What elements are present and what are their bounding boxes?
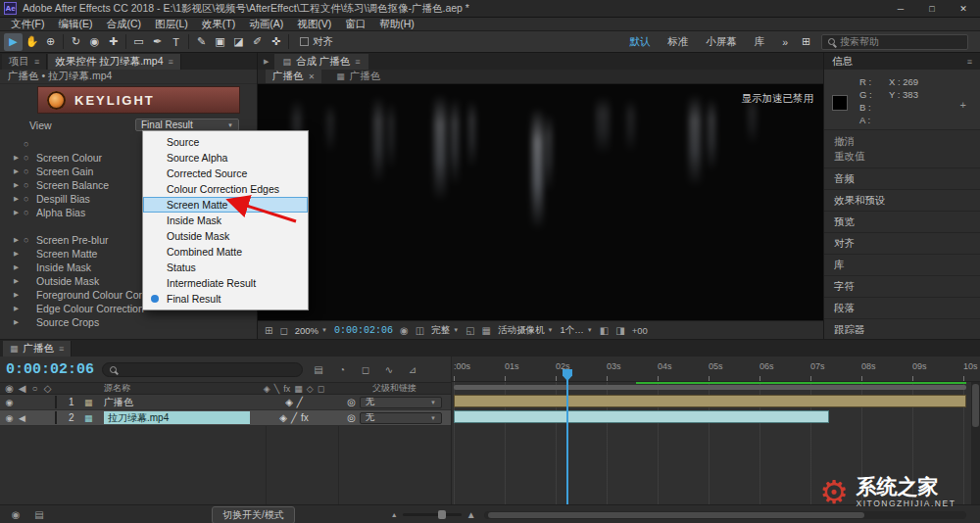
workspace-standard[interactable]: 标准 <box>659 35 697 49</box>
stopwatch-icon[interactable]: ○ <box>24 153 36 163</box>
magnification-dropdown[interactable]: 200% ▼ <box>295 325 327 336</box>
viewer-timecode[interactable]: 0:00:02:06 <box>334 325 393 336</box>
hand-tool-icon[interactable]: ✋ <box>23 33 41 51</box>
parent-dropdown[interactable]: 无 ▼ <box>360 397 442 408</box>
camera-tool-icon[interactable]: ◉ <box>85 33 104 51</box>
stopwatch-icon[interactable]: ○ <box>24 180 36 190</box>
layer-name-selected[interactable]: 拉刀绿幕.mp4 <box>104 411 250 424</box>
mask-visibility-icon[interactable]: ◻ <box>279 325 287 336</box>
zoom-slider-thumb[interactable] <box>438 510 446 519</box>
twirl-icon[interactable]: ▶ <box>14 181 24 189</box>
stopwatch-icon[interactable]: ○ <box>24 235 36 245</box>
twirl-icon[interactable]: ▶ <box>14 318 24 326</box>
twirl-icon[interactable]: ▶ <box>14 195 24 203</box>
twirl-icon[interactable]: ▶ <box>14 291 24 299</box>
menu-item-outside-mask[interactable]: Outside Mask <box>143 228 308 244</box>
view-layout-b-icon[interactable]: ◨ <box>615 325 624 336</box>
toggle-switches-modes-button[interactable]: 切换开关/模式 <box>212 506 295 523</box>
workspace-libraries[interactable]: 库 <box>746 35 774 49</box>
panel-menu-icon[interactable]: ≡ <box>34 57 39 67</box>
panel-align[interactable]: 对齐 <box>824 233 980 255</box>
layer-row-2-selected[interactable]: ◉ ◀ 2 ▦ 拉刀绿幕.mp4 ◈ ╱ fx ◎ 无 ▼ <box>0 410 451 426</box>
time-ruler[interactable]: :00s 01s 02s 03s 04s 05s 06s 07s 08s 09s… <box>452 357 980 382</box>
twirl-icon[interactable]: ▶ <box>14 277 24 285</box>
menu-item-source-alpha[interactable]: Source Alpha <box>143 150 308 166</box>
viewer-image[interactable]: 显示加速已禁用 <box>258 84 823 320</box>
type-tool-icon[interactable]: T <box>167 33 185 51</box>
frame-blend-icon[interactable]: ∿ <box>381 364 397 375</box>
video-toggle-icon[interactable]: ◉ <box>4 398 15 407</box>
menu-item-status[interactable]: Status <box>143 260 308 275</box>
menu-edit[interactable]: 编辑(E) <box>51 18 99 31</box>
layer-color-chip[interactable] <box>55 396 57 408</box>
info-panel-header[interactable]: 信息 ≡ <box>824 53 980 70</box>
menu-item-final-result[interactable]: Final Result <box>143 291 308 307</box>
shy-layers-icon[interactable]: ◻ <box>358 364 373 375</box>
video-toggle-icon[interactable]: ◉ <box>4 413 15 423</box>
scrollbar-thumb[interactable] <box>972 384 979 427</box>
panel-effects-presets[interactable]: 效果和预设 <box>824 190 980 212</box>
roto-brush-tool-icon[interactable]: ✐ <box>248 33 267 51</box>
undo-label[interactable]: 撤消 <box>834 134 970 149</box>
stopwatch-icon[interactable]: ○ <box>24 139 36 149</box>
pan-behind-tool-icon[interactable]: ✚ <box>104 33 122 51</box>
panel-libraries[interactable]: 库 <box>824 255 980 276</box>
draft-3d-icon[interactable]: ◔ <box>334 364 350 375</box>
layer-row-1[interactable]: ◉ 1 ▦ 广播色 ◈ ╱ ◎ 无 ▼ <box>0 395 451 410</box>
selection-tool-icon[interactable]: ▶ <box>4 33 23 51</box>
audio-toggle-icon[interactable]: ◀ <box>17 413 27 423</box>
menu-window[interactable]: 窗口 <box>338 18 372 31</box>
menu-help[interactable]: 帮助(H) <box>372 18 421 31</box>
parent-dropdown[interactable]: 无 ▼ <box>360 412 442 424</box>
parent-link-column-header[interactable]: 父级和链接 <box>338 382 451 395</box>
panel-menu-icon[interactable]: ≡ <box>355 57 360 67</box>
menu-animation[interactable]: 动画(A) <box>242 18 290 31</box>
workspace-grid-icon[interactable]: ⊞ <box>797 33 815 51</box>
grid-options-icon[interactable]: ⊞ <box>265 325 272 336</box>
menu-composition[interactable]: 合成(C) <box>99 18 148 31</box>
panel-character[interactable]: 字符 <box>824 276 980 298</box>
help-search-box[interactable] <box>821 34 968 50</box>
panel-menu-icon[interactable]: ≡ <box>169 57 173 67</box>
panel-menu-icon[interactable]: ≡ <box>59 344 64 354</box>
pickwhip-icon[interactable]: ◎ <box>347 397 356 407</box>
maximize-button[interactable]: □ <box>919 0 945 17</box>
layer-2-duration-bar[interactable] <box>454 410 829 423</box>
twirl-icon[interactable]: ▶ <box>14 263 24 271</box>
camera-view-dropdown[interactable]: 活动摄像机 ▼ <box>498 324 553 337</box>
workspace-overflow-chevron[interactable]: » <box>773 36 797 48</box>
panel-audio[interactable]: 音频 <box>824 168 980 190</box>
layer-name[interactable]: 广播色 <box>100 396 250 409</box>
transfer-controls-icon[interactable]: ▤ <box>31 509 47 520</box>
quality-switch-icon[interactable]: ◈ <box>285 397 293 407</box>
twirl-icon[interactable]: ▶ <box>14 250 24 258</box>
redo-label[interactable]: 重改值 <box>834 149 970 164</box>
menu-item-combined-matte[interactable]: Combined Matte <box>143 244 308 260</box>
eraser-tool-icon[interactable]: ◪ <box>229 33 248 51</box>
frame-blend-switch-icon[interactable]: ╱ <box>291 412 297 423</box>
puppet-pin-tool-icon[interactable]: ✜ <box>267 33 285 51</box>
menu-effect[interactable]: 效果(T) <box>195 18 242 31</box>
zoom-tool-icon[interactable]: ⊕ <box>41 33 60 51</box>
view-layout-a-icon[interactable]: ◧ <box>600 325 609 336</box>
menu-item-corrected-source[interactable]: Corrected Source <box>143 166 308 181</box>
panel-tracker[interactable]: 跟踪器 <box>824 319 980 341</box>
close-button[interactable]: ✕ <box>951 0 976 17</box>
timeline-zoom-control[interactable]: ▲ ▲ <box>391 509 476 520</box>
expand-layers-icon[interactable]: ◉ <box>8 509 24 520</box>
close-tab-icon[interactable]: ✕ <box>309 72 316 81</box>
region-of-interest-icon[interactable]: ◱ <box>466 325 474 336</box>
exposure-value[interactable]: +00 <box>632 325 648 336</box>
twirl-icon[interactable]: ▶ <box>14 236 24 244</box>
source-name-column-header[interactable]: 源名称 <box>100 382 250 395</box>
resolution-dropdown[interactable]: 完整 ▼ <box>431 324 459 337</box>
panel-menu-icon[interactable]: ≡ <box>967 57 972 67</box>
timeline-tab[interactable]: ▦ 广播色 ≡ <box>3 341 72 357</box>
tab-composition-panel[interactable]: ▤ 合成 广播色 ≡ <box>274 54 368 70</box>
timeline-search-box[interactable] <box>102 362 303 377</box>
workspace-small-screen[interactable]: 小屏幕 <box>697 35 746 49</box>
rotate-tool-icon[interactable]: ↻ <box>67 33 85 51</box>
frame-blend-switch-icon[interactable]: ╱ <box>297 397 303 407</box>
menu-item-intermediate-result[interactable]: Intermediate Result <box>143 275 308 291</box>
current-timecode[interactable]: 0:00:02:06 <box>6 361 94 378</box>
